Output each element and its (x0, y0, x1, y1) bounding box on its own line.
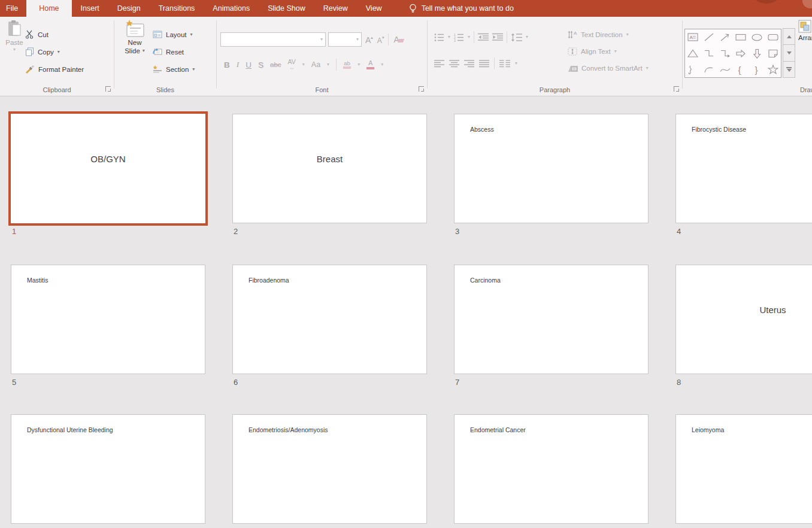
shape-straight-line[interactable] (702, 31, 716, 44)
font-name-combobox[interactable]: ▾ (220, 32, 326, 47)
tab-slide-show[interactable]: Slide Show (259, 0, 314, 17)
shape-right-brace[interactable]: } (750, 63, 764, 76)
shapes-scroll-up-button[interactable] (783, 28, 795, 45)
shape-left-brace[interactable]: { (734, 63, 748, 76)
cut-button[interactable]: Cut (25, 26, 84, 43)
copy-button[interactable]: Copy ▾ (25, 43, 84, 60)
shape-curve[interactable] (718, 63, 732, 76)
tab-review[interactable]: Review (314, 0, 357, 17)
bullets-icon[interactable] (434, 33, 444, 42)
shapes-more-button[interactable] (783, 61, 795, 78)
shape-elbow-connector[interactable] (702, 47, 716, 60)
slide-thumbnail-11[interactable]: Endometrial Cancer (454, 414, 649, 524)
align-left-icon[interactable] (434, 60, 444, 68)
format-painter-button[interactable]: Format Painter (25, 60, 84, 78)
new-slide-button[interactable]: New Slide ▾ (119, 20, 150, 80)
font-color-button[interactable]: A (366, 60, 374, 69)
slide-thumbnail-9[interactable]: Dysfunctional Uterine Bleeding (11, 414, 205, 524)
slide-thumbnail-5[interactable]: Mastitis (11, 265, 205, 374)
italic-button[interactable]: I (237, 60, 240, 69)
convert-to-smartart-label: Convert to SmartArt (581, 65, 643, 72)
justify-icon[interactable] (479, 60, 489, 68)
convert-to-smartart-button[interactable]: Convert to SmartArt ▾ (568, 60, 649, 77)
align-right-icon[interactable] (464, 60, 474, 68)
strikethrough-button[interactable]: abc (270, 61, 281, 68)
window-corner-button-partial[interactable] (802, 0, 812, 8)
paste-dropdown-caret: ▾ (13, 47, 16, 52)
shape-text-box[interactable]: A (686, 31, 700, 44)
font-dialog-launcher[interactable] (419, 86, 424, 92)
slide-thumbnail-7[interactable]: Carcinoma (454, 265, 649, 374)
slide-title: Fibroadenoma (249, 277, 289, 284)
slide-thumbnail-4[interactable]: Fibrocystic Disease (675, 114, 812, 223)
character-spacing-button[interactable]: AV ↔ (288, 59, 296, 71)
convert-to-smartart-caret: ▾ (646, 66, 649, 71)
align-text-button[interactable]: Align Text ▾ (568, 43, 649, 60)
slide-thumbnail-3[interactable]: Abscess (454, 114, 649, 223)
tab-design[interactable]: Design (108, 0, 150, 17)
change-case-button[interactable]: Aa (311, 60, 320, 69)
line-spacing-icon[interactable] (511, 33, 522, 42)
shape-right-arrow[interactable] (734, 47, 748, 60)
tab-insert[interactable]: Insert (72, 0, 108, 17)
shape-oval[interactable] (750, 31, 764, 44)
slide-number: 5 (12, 378, 16, 387)
slide-title: Carcinoma (470, 277, 501, 284)
arrange-button[interactable]: Arrange (796, 20, 812, 80)
text-shadow-button[interactable]: S (258, 60, 263, 69)
tab-transitions[interactable]: Transitions (150, 0, 204, 17)
columns-icon[interactable] (499, 60, 510, 68)
paste-label: Paste (5, 39, 23, 46)
paragraph-right-buttons: A Text Direction ▾ Align Text ▾ (568, 26, 649, 77)
bullets-caret: ▾ (448, 35, 450, 40)
clear-formatting-button[interactable]: A (393, 35, 403, 44)
smartart-icon (568, 64, 578, 72)
shape-folded-corner[interactable] (766, 47, 780, 60)
shape-elbow-arrow-connector[interactable] (718, 47, 732, 60)
section-button[interactable]: Section ▾ (153, 60, 195, 78)
increase-indent-icon[interactable] (492, 33, 503, 41)
paste-button[interactable]: Paste ▾ (1, 20, 28, 77)
tell-me-box[interactable]: Tell me what you want to do (409, 0, 514, 17)
shape-arc[interactable] (702, 63, 716, 76)
shapes-scroll-down-button[interactable] (783, 44, 795, 61)
shape-scribble[interactable] (686, 63, 700, 76)
bold-button[interactable]: B (224, 60, 230, 69)
decrease-font-size-button[interactable]: A▾ (377, 35, 384, 44)
slide-thumbnail-10[interactable]: Endometriosis/Adenomyosis (232, 414, 427, 524)
text-direction-button[interactable]: A Text Direction ▾ (568, 26, 649, 43)
layout-button[interactable]: Layout ▾ (153, 26, 195, 43)
font-size-combobox[interactable]: ▾ (328, 32, 362, 47)
svg-text:A: A (574, 31, 577, 36)
tab-view[interactable]: View (357, 0, 391, 17)
rectangle-icon (735, 32, 747, 43)
shape-rounded-rectangle[interactable] (766, 31, 780, 44)
right-brace-icon: } (751, 64, 763, 75)
align-center-icon[interactable] (449, 60, 459, 68)
tab-animations[interactable]: Animations (204, 0, 259, 17)
shape-five-point-star[interactable] (766, 63, 780, 76)
ribbon-group-slides: New Slide ▾ Layout ▾ (114, 17, 216, 96)
clipboard-dialog-launcher[interactable] (105, 86, 111, 92)
tab-file[interactable]: File (0, 0, 26, 17)
decrease-indent-icon[interactable] (478, 33, 489, 41)
slide-thumbnail-8[interactable]: Uterus (675, 265, 812, 374)
paragraph-dialog-launcher[interactable] (674, 86, 679, 92)
slide-thumbnail-1[interactable]: OB/GYN (11, 114, 205, 223)
shape-straight-arrow[interactable] (718, 31, 732, 44)
user-avatar-partial[interactable] (749, 0, 784, 4)
shape-down-arrow[interactable] (750, 47, 764, 60)
slide-thumbnail-12[interactable]: Leiomyoma (675, 414, 812, 524)
underline-button[interactable]: U (246, 60, 252, 69)
divider (388, 34, 389, 45)
slide-thumbnail-6[interactable]: Fibroadenoma (232, 265, 427, 374)
numbering-icon[interactable]: 1 2 3 (454, 33, 464, 42)
shape-rectangle[interactable] (734, 31, 748, 44)
shape-isosceles-triangle[interactable] (686, 47, 700, 60)
text-highlight-button[interactable]: ab (343, 60, 351, 69)
tab-home[interactable]: Home (26, 0, 71, 17)
increase-font-size-button[interactable]: A▴ (365, 35, 372, 44)
slide-thumbnail-2[interactable]: Breast (232, 114, 427, 223)
slides-small-buttons: Layout ▾ Reset Section (153, 26, 195, 78)
reset-button[interactable]: Reset (153, 43, 195, 60)
